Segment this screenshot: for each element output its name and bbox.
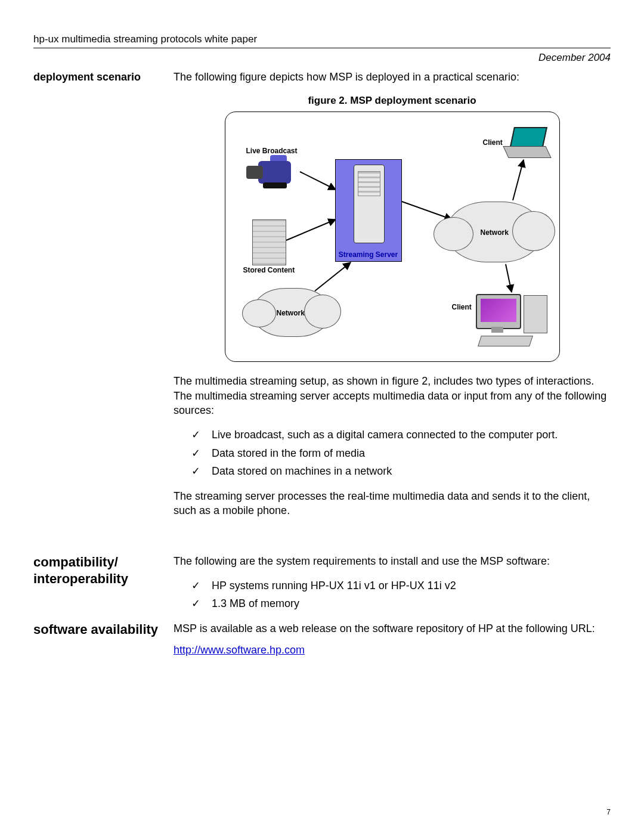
section-availability: software availability MSP is available a… [33,621,611,657]
label-client-bottom: Client [452,303,472,311]
deployment-intro: The following figure depicts how MSP is … [174,70,611,84]
svg-line-4 [513,160,524,200]
section-compatibility-body: The following are the system requirement… [174,554,611,621]
side-heading-compatibility: compatibility/ interoperability [33,554,168,621]
compatibility-intro: The following are the system requirement… [174,554,611,568]
page-date: December 2004 [33,52,611,64]
section-deployment: deployment scenario The following figure… [33,70,611,527]
document-page: hp-ux multimedia streaming protocols whi… [0,0,644,833]
storage-icon [252,219,286,265]
side-heading-availability: software availability [33,621,168,657]
svg-line-5 [506,264,512,292]
section-deployment-body: The following figure depicts how MSP is … [174,70,611,527]
label-streaming-server: Streaming Server [336,250,401,259]
list-item: HP systems running HP-UX 11i v1 or HP-UX… [191,577,611,595]
list-item: Data stored in the form of media [191,444,611,463]
deployment-para3: The streaming server processes the real-… [174,489,611,518]
label-network-right: Network [481,228,509,237]
deployment-bullets: Live broadcast, such as a digital camera… [174,426,611,481]
list-item: Live broadcast, such as a digital camera… [191,426,611,444]
laptop-icon [506,127,547,160]
label-network-left: Network [277,309,305,317]
svg-line-0 [300,172,336,190]
software-url-link[interactable]: http://www.software.hp.com [174,644,305,656]
running-head: hp-ux multimedia streaming protocols whi… [33,33,611,48]
list-item: Data stored on machines in a network [191,462,611,481]
compatibility-bullets: HP systems running HP-UX 11i v1 or HP-UX… [174,577,611,613]
msp-deployment-diagram: Live Broadcast Stored Content Streaming … [225,112,560,362]
svg-line-3 [402,202,452,219]
section-availability-body: MSP is available as a web release on the… [174,621,611,657]
availability-intro: MSP is available as a web release on the… [174,621,611,636]
label-live-broadcast: Live Broadcast [246,147,298,155]
desktop-icon [476,294,553,348]
side-heading-deployment: deployment scenario [33,70,168,527]
streaming-server-icon: Streaming Server [336,160,401,261]
deployment-para2: The multimedia streaming setup, as shown… [174,374,611,417]
camera-icon [246,155,300,191]
page-number: 7 [606,808,611,816]
svg-line-2 [315,262,351,291]
label-stored-content: Stored Content [243,266,295,274]
section-compatibility: compatibility/ interoperability The foll… [33,554,611,621]
svg-line-1 [286,219,336,240]
figure-caption: figure 2. MSP deployment scenario [174,95,611,107]
list-item: 1.3 MB of memory [191,594,611,613]
label-client-top: Client [483,138,503,147]
